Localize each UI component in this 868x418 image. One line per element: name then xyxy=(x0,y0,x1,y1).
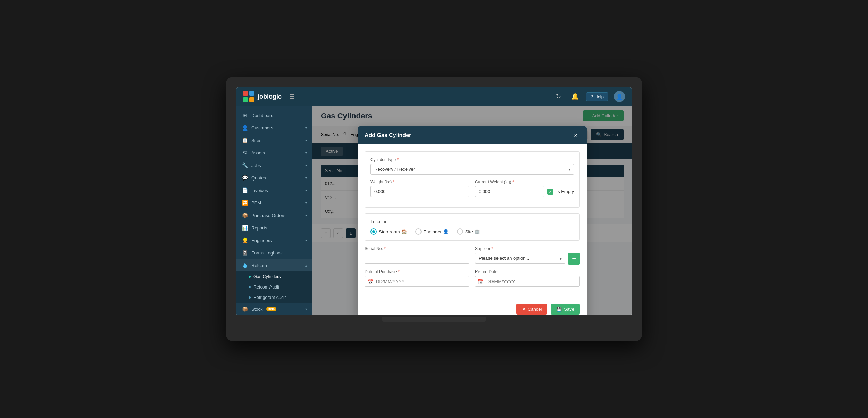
storeroom-radio[interactable] xyxy=(370,228,377,235)
weight-input[interactable] xyxy=(370,186,469,197)
sidebar-item-engineers[interactable]: 👷 Engineers ▾ xyxy=(236,234,312,246)
chevron-up-icon: ▴ xyxy=(305,264,307,267)
save-icon: 💾 xyxy=(556,307,562,312)
hamburger-icon[interactable]: ☰ xyxy=(289,93,295,100)
assets-icon: 🏗 xyxy=(242,150,248,156)
sidebar-item-sites[interactable]: 📋 Sites ▾ xyxy=(236,134,312,147)
weight-label: Weight (kg) * xyxy=(370,179,469,184)
chevron-down-icon: ▾ xyxy=(305,176,307,180)
question-mark-icon: ? xyxy=(591,94,593,99)
cylinder-type-select[interactable]: Recovery / Receiver xyxy=(370,164,574,175)
purchase-orders-icon: 📦 xyxy=(242,212,248,218)
modal-footer: ✕ Cancel 💾 Save xyxy=(358,299,587,315)
cancel-icon: ✕ xyxy=(522,307,526,312)
return-date-label: Return Date xyxy=(475,269,580,274)
serial-no-input[interactable] xyxy=(365,253,469,264)
storeroom-option[interactable]: Storeroom 🏠 xyxy=(370,228,407,235)
required-star: * xyxy=(397,157,399,162)
logo-icon xyxy=(243,91,254,102)
cylinder-type-label: Cylinder Type * xyxy=(370,157,574,162)
add-supplier-button[interactable]: + xyxy=(568,253,580,265)
sidebar-item-quotes[interactable]: 💬 Quotes ▾ xyxy=(236,172,312,184)
supplier-select[interactable]: Please select an option... xyxy=(475,253,565,264)
cylinder-type-section: Cylinder Type * Recovery / Receiver ▼ xyxy=(365,151,580,208)
inactive-dot xyxy=(249,296,251,299)
laptop-frame: joblogic ☰ ↻ 🔔 ? Help 👤 ⊞ Dashb xyxy=(226,77,642,341)
invoices-icon: 📄 xyxy=(242,187,248,193)
sidebar-item-customers[interactable]: 👤 Customers ▾ xyxy=(236,122,312,134)
serial-no-group: Serial No. * xyxy=(365,246,469,265)
laptop-bottom xyxy=(236,317,632,324)
sidebar-item-ppm[interactable]: 🔁 PPM ▾ xyxy=(236,197,312,209)
sidebar-item-invoices[interactable]: 📄 Invoices ▾ xyxy=(236,184,312,197)
sidebar-item-stock[interactable]: 📦 Stock Beta ▾ xyxy=(236,303,312,315)
sidebar-item-reports[interactable]: 📊 Reports xyxy=(236,221,312,234)
help-button[interactable]: ? Help xyxy=(586,92,608,101)
sidebar-item-jobs[interactable]: 🔧 Jobs ▾ xyxy=(236,159,312,172)
current-weight-with-checkbox: ✓ Is Empty xyxy=(475,186,574,197)
date-of-purchase-label: Date of Purchase * xyxy=(365,269,469,274)
forms-logbook-icon: 📓 xyxy=(242,250,248,256)
chevron-down-icon: ▾ xyxy=(305,139,307,142)
main-layout: ⊞ Dashboard 👤 Customers ▾ 📋 Sites xyxy=(236,106,632,315)
current-weight-label: Current Weight (kg) * xyxy=(475,179,574,184)
current-weight-input[interactable] xyxy=(475,186,544,197)
laptop-stand xyxy=(382,317,486,322)
calendar-icon: 📅 xyxy=(478,279,484,284)
stock-icon: 📦 xyxy=(242,306,248,312)
reports-icon: 📊 xyxy=(242,225,248,231)
sidebar-item-refrigerant-audit[interactable]: Refrigerant Audit xyxy=(236,292,312,303)
is-empty-checkbox[interactable]: ✓ xyxy=(547,189,553,195)
laptop-screen: joblogic ☰ ↻ 🔔 ? Help 👤 ⊞ Dashb xyxy=(236,87,632,315)
cylinder-type-group: Cylinder Type * Recovery / Receiver ▼ xyxy=(370,157,574,175)
modal-close-button[interactable]: × xyxy=(571,131,580,140)
return-date-input[interactable] xyxy=(475,276,580,287)
location-title: Location xyxy=(370,219,574,224)
supplier-group: Supplier * Please select an option... xyxy=(475,246,580,265)
dashboard-icon: ⊞ xyxy=(242,112,248,118)
logo-area: joblogic ☰ xyxy=(243,91,295,102)
refresh-icon-btn[interactable]: ↻ xyxy=(553,91,564,102)
save-button[interactable]: 💾 Save xyxy=(551,304,580,315)
chevron-down-icon: ▾ xyxy=(305,239,307,242)
engineer-radio[interactable] xyxy=(415,228,422,235)
sidebar-item-forms-logbook[interactable]: 📓 Forms Logbook xyxy=(236,246,312,259)
date-of-purchase-input[interactable] xyxy=(365,276,469,287)
cancel-button[interactable]: ✕ Cancel xyxy=(516,304,547,315)
date-row: Date of Purchase * 📅 Return D xyxy=(365,269,580,292)
refcom-submenu: Gas Cylinders Refcom Audit Refrigerant A… xyxy=(236,271,312,303)
active-dot xyxy=(249,276,251,278)
sidebar-item-purchase-orders[interactable]: 📦 Purchase Orders ▾ xyxy=(236,209,312,221)
modal-body: Cylinder Type * Recovery / Receiver ▼ xyxy=(358,144,587,299)
sidebar-item-dashboard[interactable]: ⊞ Dashboard xyxy=(236,109,312,122)
chevron-down-icon: ▾ xyxy=(305,151,307,155)
serial-supplier-row: Serial No. * Supplier * xyxy=(365,246,580,269)
site-option[interactable]: Site 🏢 xyxy=(457,228,480,235)
inactive-dot xyxy=(249,286,251,288)
site-icon: 🏢 xyxy=(474,229,480,234)
chevron-down-icon: ▾ xyxy=(305,126,307,130)
weight-group: Weight (kg) * xyxy=(370,179,469,197)
storeroom-icon: 🏠 xyxy=(401,229,407,234)
sidebar-item-refcom[interactable]: 💧 Refcom ▴ xyxy=(236,259,312,271)
chevron-down-icon: ▾ xyxy=(305,307,307,311)
sidebar-item-gas-cylinders[interactable]: Gas Cylinders xyxy=(236,271,312,282)
sidebar-item-assets[interactable]: 🏗 Assets ▾ xyxy=(236,147,312,159)
jobs-icon: 🔧 xyxy=(242,162,248,168)
svg-rect-2 xyxy=(243,97,248,102)
sites-icon: 📋 xyxy=(242,137,248,143)
bell-icon-btn[interactable]: 🔔 xyxy=(569,91,581,102)
quotes-icon: 💬 xyxy=(242,175,248,181)
supplier-select-wrapper: Please select an option... ▼ xyxy=(475,253,565,265)
required-star: * xyxy=(491,246,493,251)
engineer-option[interactable]: Engineer 👤 xyxy=(415,228,449,235)
sidebar-item-refcom-audit[interactable]: Refcom Audit xyxy=(236,282,312,292)
engineers-icon: 👷 xyxy=(242,237,248,243)
supplier-label: Supplier * xyxy=(475,246,580,251)
required-star: * xyxy=(384,246,386,251)
site-radio[interactable] xyxy=(457,228,463,235)
svg-rect-3 xyxy=(249,97,254,102)
engineer-icon: 👤 xyxy=(443,229,449,234)
return-date-group: Return Date 📅 xyxy=(475,269,580,287)
return-date-wrapper: 📅 xyxy=(475,276,580,287)
